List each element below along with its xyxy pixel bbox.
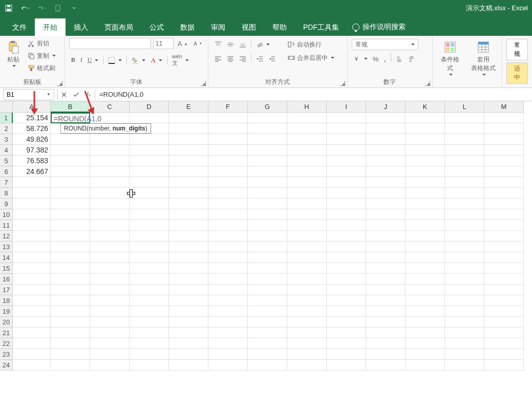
select-all-corner[interactable] <box>0 101 13 113</box>
row-header-23[interactable]: 23 <box>0 349 13 360</box>
format-table-button[interactable]: 套用 表格格式 <box>469 38 498 86</box>
cell-J8[interactable] <box>366 188 406 199</box>
cell-M17[interactable] <box>484 284 524 295</box>
cell-C3[interactable] <box>90 134 130 145</box>
row-header-15[interactable]: 15 <box>0 263 13 274</box>
cell-K8[interactable] <box>406 188 445 199</box>
cell-C11[interactable] <box>90 220 130 231</box>
touch-mode-icon[interactable] <box>53 4 62 13</box>
cell-H1[interactable] <box>287 113 327 123</box>
cell-I24[interactable] <box>327 360 366 370</box>
cell-F13[interactable] <box>208 242 248 252</box>
cell-I13[interactable] <box>327 242 366 252</box>
merge-center-button[interactable]: 合并后居中 <box>286 52 336 63</box>
cell-M14[interactable] <box>484 252 524 263</box>
cell-G1[interactable] <box>248 113 287 123</box>
percent-button[interactable]: % <box>371 53 381 64</box>
cell-A16[interactable] <box>13 274 51 284</box>
cell-K12[interactable] <box>406 231 445 242</box>
cell-E3[interactable] <box>169 134 208 145</box>
underline-button[interactable]: U <box>86 55 101 66</box>
align-right-button[interactable] <box>237 53 248 64</box>
cell-J17[interactable] <box>366 284 406 295</box>
fill-color-button[interactable] <box>130 55 147 66</box>
cell-F11[interactable] <box>208 220 248 231</box>
italic-button[interactable]: I <box>78 55 84 66</box>
cell-L7[interactable] <box>445 177 484 188</box>
column-header-I[interactable]: I <box>327 101 366 113</box>
column-header-H[interactable]: H <box>287 101 327 113</box>
cell-E22[interactable] <box>169 338 208 349</box>
column-header-K[interactable]: K <box>406 101 445 113</box>
cell-A6[interactable]: 24.667 <box>13 166 51 177</box>
format-painter-button[interactable]: 格式刷 <box>26 62 58 74</box>
font-launcher[interactable] <box>201 81 206 86</box>
row-header-8[interactable]: 8 <box>0 188 13 199</box>
qat-dropdown-icon[interactable] <box>70 4 79 13</box>
cell-I6[interactable] <box>327 166 366 177</box>
redo-icon[interactable] <box>37 4 46 13</box>
shrink-font-button[interactable]: A▼ <box>191 38 204 49</box>
cell-L20[interactable] <box>445 317 484 327</box>
cell-G14[interactable] <box>248 252 287 263</box>
cell-L22[interactable] <box>445 338 484 349</box>
cell-E16[interactable] <box>169 274 208 284</box>
cell-B21[interactable] <box>51 327 90 338</box>
cell-G12[interactable] <box>248 231 287 242</box>
cell-K13[interactable] <box>406 242 445 252</box>
row-header-13[interactable]: 13 <box>0 242 13 252</box>
cell-J11[interactable] <box>366 220 406 231</box>
style-good[interactable]: 适中 <box>506 62 528 84</box>
cell-B5[interactable] <box>51 156 90 166</box>
cell-L2[interactable] <box>445 123 484 134</box>
cell-D21[interactable] <box>130 327 169 338</box>
align-bottom-button[interactable] <box>237 39 248 50</box>
cell-H6[interactable] <box>287 166 327 177</box>
cell-I14[interactable] <box>327 252 366 263</box>
cell-G24[interactable] <box>248 360 287 370</box>
cell-B3[interactable] <box>51 134 90 145</box>
column-header-M[interactable]: M <box>484 101 524 113</box>
cell-H20[interactable] <box>287 317 327 327</box>
row-header-9[interactable]: 9 <box>0 199 13 209</box>
cell-K1[interactable] <box>406 113 445 123</box>
cell-H3[interactable] <box>287 134 327 145</box>
cell-K23[interactable] <box>406 349 445 360</box>
cell-K21[interactable] <box>406 327 445 338</box>
cell-J13[interactable] <box>366 242 406 252</box>
cell-B24[interactable] <box>51 360 90 370</box>
cell-B8[interactable] <box>51 188 90 199</box>
tab-file[interactable]: 文件 <box>4 18 35 36</box>
cell-E23[interactable] <box>169 349 208 360</box>
cell-I11[interactable] <box>327 220 366 231</box>
cell-K20[interactable] <box>406 317 445 327</box>
cell-C21[interactable] <box>90 327 130 338</box>
cell-H5[interactable] <box>287 156 327 166</box>
cell-A15[interactable] <box>13 263 51 274</box>
cell-I22[interactable] <box>327 338 366 349</box>
cell-I20[interactable] <box>327 317 366 327</box>
align-top-button[interactable] <box>212 39 224 50</box>
cell-L8[interactable] <box>445 188 484 199</box>
cell-L3[interactable] <box>445 134 484 145</box>
cell-B4[interactable] <box>51 145 90 156</box>
cell-I18[interactable] <box>327 295 366 306</box>
cell-L16[interactable] <box>445 274 484 284</box>
cell-B13[interactable] <box>51 242 90 252</box>
cell-L19[interactable] <box>445 306 484 317</box>
cell-E1[interactable] <box>169 113 208 123</box>
phonetic-button[interactable]: wén文 <box>170 52 191 68</box>
cell-A22[interactable] <box>13 338 51 349</box>
cell-G7[interactable] <box>248 177 287 188</box>
cell-E14[interactable] <box>169 252 208 263</box>
cell-E19[interactable] <box>169 306 208 317</box>
cell-F15[interactable] <box>208 263 248 274</box>
cell-M23[interactable] <box>484 349 524 360</box>
cell-F7[interactable] <box>208 177 248 188</box>
cell-K19[interactable] <box>406 306 445 317</box>
font-color-button[interactable]: A <box>148 55 164 66</box>
cell-A10[interactable] <box>13 209 51 220</box>
row-header-6[interactable]: 6 <box>0 166 13 177</box>
cell-E10[interactable] <box>169 209 208 220</box>
cell-A7[interactable] <box>13 177 51 188</box>
